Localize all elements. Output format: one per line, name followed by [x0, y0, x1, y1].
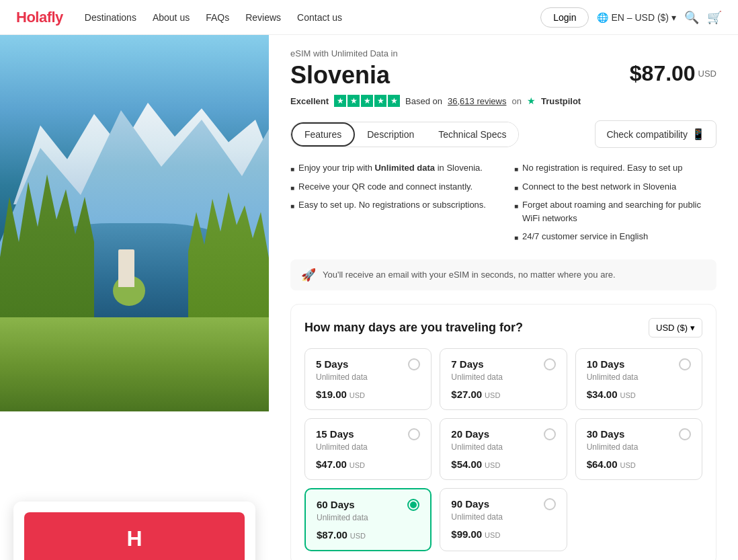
star-5: ★	[388, 95, 400, 107]
feature-text-6: Forget about roaming and searching for p…	[522, 198, 716, 225]
nav-faqs[interactable]: FAQs	[206, 12, 229, 23]
feature-item-2: ■ Receive your QR code and connect insta…	[290, 180, 493, 194]
product-price: $87.00	[630, 61, 696, 85]
plan-grid: 5 Days Unlimited data $19.00 USD 7 Days	[304, 348, 702, 551]
tab-technical-specs[interactable]: Technical Specs	[426, 122, 518, 147]
nav-destinations[interactable]: Destinations	[85, 12, 136, 23]
feature-item-6: ■ Forget about roaming and searching for…	[514, 198, 716, 225]
nav-contact[interactable]: Contact us	[297, 12, 342, 23]
plan-20days-price-row: $54.00 USD	[451, 458, 555, 470]
plan-30days-days: 30 Days	[587, 428, 639, 440]
plan-card-20days[interactable]: 20 Days Unlimited data $54.00 USD	[440, 418, 567, 480]
email-notice-text: You'll receive an email with your eSIM i…	[323, 270, 616, 280]
login-button[interactable]: Login	[540, 7, 589, 28]
plan-card-90days[interactable]: 90 Days Unlimited data $99.00 USD	[440, 488, 567, 551]
plan-10days-currency: USD	[620, 391, 635, 399]
plan-20days-radio[interactable]	[544, 428, 556, 440]
trust-stars: ★ ★ ★ ★ ★	[334, 95, 400, 107]
chevron-down-icon: ▾	[671, 12, 676, 23]
tabs: Features Description Technical Specs	[290, 122, 519, 147]
plan-15days-price-row: $47.00 USD	[316, 458, 420, 470]
plan-90days-radio[interactable]	[544, 498, 556, 510]
tp-star-icon: ★	[527, 95, 536, 106]
mountain-scene	[0, 35, 269, 411]
plan-20days-currency: USD	[485, 461, 500, 469]
feature-text-7: 24/7 customer service in English	[522, 230, 648, 243]
plan-10days-data: Unlimited data	[587, 372, 639, 382]
trust-excellent: Excellent	[290, 96, 329, 106]
plan-card-60days-header: 60 Days Unlimited data	[317, 499, 419, 529]
plan-5days-price: $19.00	[316, 389, 347, 400]
logo[interactable]: Holafly	[16, 9, 63, 26]
nav-links: Destinations About us FAQs Reviews Conta…	[85, 12, 540, 23]
feature-text-2: Receive your QR code and connect instant…	[298, 180, 473, 194]
plan-7days-radio[interactable]	[544, 358, 556, 370]
plan-card-15days-header: 15 Days Unlimited data	[316, 428, 420, 458]
cart-icon[interactable]: 🛒	[707, 10, 722, 25]
features-grid: ■ Enjoy your trip with Unlimited data in…	[290, 161, 716, 249]
trust-based-on: Based on	[405, 96, 442, 106]
ground	[0, 317, 269, 411]
tabs-row: Features Description Technical Specs Che…	[290, 120, 716, 148]
trust-on: on	[511, 96, 521, 106]
star-1: ★	[334, 95, 346, 107]
product-title-row: Slovenia $87.00 USD	[290, 61, 716, 89]
plan-5days-radio[interactable]	[408, 358, 420, 370]
check-compat-label: Check compatibility	[606, 129, 688, 140]
trust-reviews-link[interactable]: 36,613 reviews	[448, 96, 506, 106]
nav-reviews[interactable]: Reviews	[245, 12, 281, 23]
feature-text-5: Connect to the best network in Slovenia	[522, 180, 676, 194]
plan-10days-days: 10 Days	[587, 358, 639, 370]
plan-30days-price: $64.00	[587, 458, 618, 470]
plan-5days-data: Unlimited data	[316, 372, 368, 382]
plan-card-30days-header: 30 Days Unlimited data	[587, 428, 691, 458]
currency-selector[interactable]: USD ($) ▾	[649, 318, 702, 337]
island-church	[118, 249, 134, 287]
feature-text-4: No registration is required. Easy to set…	[522, 161, 682, 175]
esim-logo-letter: H	[126, 526, 142, 551]
plan-card-60days[interactable]: 60 Days Unlimited data $87.00 USD	[304, 488, 432, 551]
plan-15days-currency: USD	[350, 461, 365, 469]
nav-about[interactable]: About us	[153, 12, 190, 23]
star-4: ★	[374, 95, 386, 107]
nav-right: Login 🌐 EN – USD ($) ▾ 🔍 🛒	[540, 7, 722, 28]
plan-card-15days[interactable]: 15 Days Unlimited data $47.00 USD	[304, 418, 432, 480]
plan-card-30days[interactable]: 30 Days Unlimited data $64.00 USD	[575, 418, 702, 480]
search-icon[interactable]: 🔍	[684, 10, 699, 25]
plan-30days-price-row: $64.00 USD	[587, 458, 691, 470]
plan-30days-currency: USD	[620, 461, 635, 469]
tab-features[interactable]: Features	[291, 122, 355, 147]
plan-60days-radio[interactable]	[407, 499, 419, 511]
esim-card: H	[24, 512, 245, 561]
plan-card-7days[interactable]: 7 Days Unlimited data $27.00 USD	[440, 348, 567, 410]
check-compatibility-button[interactable]: Check compatibility 📱	[595, 120, 716, 148]
bullet-2: ■	[290, 183, 294, 193]
plan-10days-radio[interactable]	[679, 358, 691, 370]
currency-chevron-icon: ▾	[690, 323, 695, 333]
plan-10days-price-row: $34.00 USD	[587, 389, 691, 400]
language-selector[interactable]: 🌐 EN – USD ($) ▾	[597, 12, 676, 23]
plan-90days-currency: USD	[485, 531, 500, 539]
product-detail-panel: eSIM with Unlimited Data in Slovenia $87…	[269, 35, 738, 560]
plan-30days-radio[interactable]	[679, 428, 691, 440]
trustpilot-row: Excellent ★ ★ ★ ★ ★ Based on 36,613 revi…	[290, 95, 716, 107]
bullet-7: ■	[514, 233, 518, 243]
feature-item-5: ■ Connect to the best network in Sloveni…	[514, 180, 716, 194]
plan-7days-price-row: $27.00 USD	[451, 389, 555, 400]
navigation: Holafly Destinations About us FAQs Revie…	[0, 0, 738, 35]
plan-card-5days[interactable]: 5 Days Unlimited data $19.00 USD	[304, 348, 432, 410]
plan-card-90days-header: 90 Days Unlimited data	[451, 498, 555, 528]
plan-card-20days-header: 20 Days Unlimited data	[451, 428, 555, 458]
bullet-4: ■	[514, 164, 518, 174]
days-header: How many days are you traveling for? USD…	[304, 318, 702, 337]
plan-15days-data: Unlimited data	[316, 442, 368, 452]
days-title: How many days are you traveling for?	[304, 321, 523, 335]
plan-20days-data: Unlimited data	[451, 442, 503, 452]
plan-7days-currency: USD	[485, 391, 500, 399]
tab-description[interactable]: Description	[355, 122, 426, 147]
plan-15days-radio[interactable]	[408, 428, 420, 440]
plan-card-10days[interactable]: 10 Days Unlimited data $34.00 USD	[575, 348, 702, 410]
plan-90days-data: Unlimited data	[451, 512, 503, 522]
plan-90days-price-row: $99.00 USD	[451, 528, 555, 540]
bullet-5: ■	[514, 183, 518, 193]
